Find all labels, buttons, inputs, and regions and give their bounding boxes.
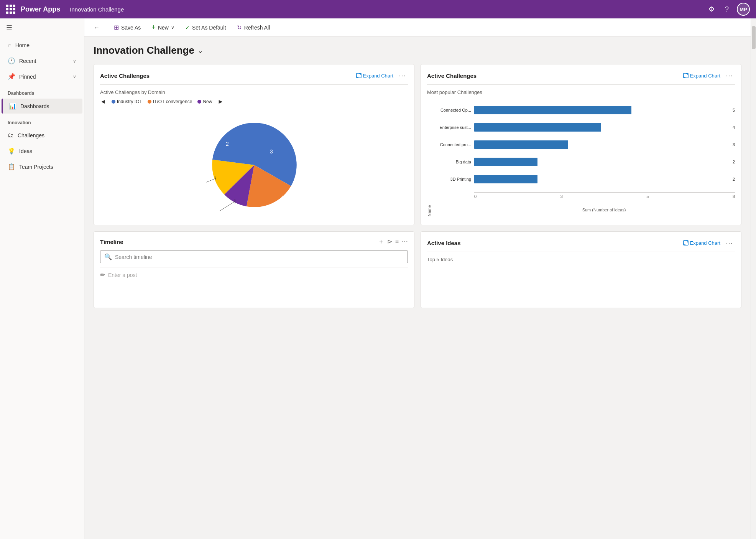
sidebar-item-pinned[interactable]: 📌 Pinned ∨ <box>2 69 82 84</box>
right-scrollbar[interactable] <box>751 18 756 539</box>
chart3-expand-button[interactable]: Expand Chart <box>683 240 721 246</box>
sidebar-item-recent[interactable]: 🕐 Recent ∨ <box>2 53 82 68</box>
chart2-expand-button[interactable]: Expand Chart <box>683 73 721 79</box>
timeline-filter-icon[interactable]: ⊳ <box>387 238 392 246</box>
content-area: ← ⊞ Save As + New ∨ ✓ Set As Default ↻ R… <box>84 18 751 539</box>
scrollbar-thumb[interactable] <box>752 26 756 49</box>
bar-track-1 <box>474 123 728 132</box>
pie-slice-5 <box>212 123 254 165</box>
legend-item-new: New <box>197 99 212 104</box>
chart1-header: Active Challenges Expand Chart ⋯ <box>100 71 408 85</box>
leader-line-1 <box>220 201 235 211</box>
legend-item-it-ot: IT/OT convergence <box>148 99 192 104</box>
legend-item-industry-iot: Industry IOT <box>112 99 142 104</box>
chart1-section: Active Challenges by Domain ◄ Industry I… <box>100 89 408 219</box>
chart1-subtitle: Active Challenges by Domain <box>100 89 408 95</box>
page-content: Innovation Challenge ⌄ Active Challenges <box>84 37 751 539</box>
x-axis-label: Sum (Number of ideas) <box>435 208 735 212</box>
y-axis-label: Name <box>427 101 432 216</box>
x-tick-2: 5 <box>646 194 649 199</box>
sidebar-item-home[interactable]: ⌂ Home <box>2 38 82 53</box>
active-ideas-card: Active Ideas Expand Chart ⋯ Top 5 Ideas <box>421 231 741 308</box>
bar-label-3: Big data <box>435 160 471 164</box>
bar-rows-container: Connected Op... 5 Enterprise sust... <box>435 101 735 216</box>
sidebar-item-label: Ideas <box>19 148 76 154</box>
legend-next-icon[interactable]: ► <box>217 98 224 105</box>
hamburger-menu-icon[interactable]: ☰ <box>0 18 84 38</box>
ideas-icon: 💡 <box>8 147 15 155</box>
pin-icon: 📌 <box>8 73 15 80</box>
refresh-icon: ↻ <box>237 24 242 31</box>
refresh-all-button[interactable]: ↻ Refresh All <box>232 22 275 33</box>
timeline-search[interactable]: 🔍 <box>100 251 408 263</box>
chart2-more-button[interactable]: ⋯ <box>723 71 735 81</box>
expand-chart-icon <box>683 240 689 246</box>
chart3-more-button[interactable]: ⋯ <box>723 238 735 248</box>
timeline-add-icon[interactable]: ＋ <box>378 238 384 246</box>
sidebar-item-challenges[interactable]: 🗂 Challenges <box>2 128 82 143</box>
timeline-header: Timeline ＋ ⊳ ≡ ⋯ <box>100 238 408 246</box>
back-button[interactable]: ← <box>90 23 103 33</box>
bar-row-1: Enterprise sust... 4 <box>435 123 735 132</box>
chart2-header: Active Challenges Expand Chart ⋯ <box>427 71 735 85</box>
sidebar-item-dashboards[interactable]: 📊 Dashboards <box>2 99 82 114</box>
save-as-icon: ⊞ <box>114 24 119 31</box>
pie-chart-container: 3 2 1 1 2 <box>100 111 408 219</box>
bar-row-4: 3D Printing 2 <box>435 175 735 183</box>
chart1-more-button[interactable]: ⋯ <box>396 71 408 81</box>
bar-track-4 <box>474 175 728 183</box>
new-dropdown-chevron-icon[interactable]: ∨ <box>171 25 174 30</box>
new-button[interactable]: + New ∨ <box>147 21 179 34</box>
pencil-icon: ✏ <box>100 271 105 279</box>
bar-fill-0 <box>474 106 631 114</box>
sidebar-item-team-projects[interactable]: 📋 Team Projects <box>2 159 82 174</box>
bar-track-0 <box>474 106 728 114</box>
timeline-title: Timeline <box>100 239 378 245</box>
chevron-down-icon: ∨ <box>73 58 76 64</box>
bar-row-0: Connected Op... 5 <box>435 106 735 114</box>
bar-value-1: 4 <box>733 125 735 130</box>
help-icon[interactable]: ? <box>720 2 734 16</box>
settings-icon[interactable]: ⚙ <box>705 2 718 16</box>
pie-label-2-blue: 2 <box>226 141 229 147</box>
timeline-header-actions: ＋ ⊳ ≡ ⋯ <box>378 238 408 246</box>
save-as-label: Save As <box>121 25 141 31</box>
save-as-button[interactable]: ⊞ Save As <box>109 21 145 33</box>
new-icon: + <box>151 23 156 31</box>
pie-label-2: 2 <box>281 195 284 201</box>
bar-value-2: 3 <box>733 142 735 147</box>
x-tick-3: 8 <box>733 194 735 199</box>
app-grid-icon[interactable] <box>6 5 15 14</box>
bar-chart-wrapper: Name Connected Op... 5 <box>427 101 735 216</box>
x-tick-1: 3 <box>560 194 563 199</box>
timeline-search-input[interactable] <box>115 254 404 260</box>
legend-dot <box>148 100 151 104</box>
dashboard-grid: Active Challenges Expand Chart ⋯ Active … <box>94 64 741 308</box>
chart1-legend: ◄ Industry IOT IT/OT convergence <box>100 98 408 105</box>
page-title-dropdown-icon[interactable]: ⌄ <box>197 46 203 55</box>
bar-row-2: Connected pro... 3 <box>435 140 735 149</box>
legend-label: IT/OT convergence <box>153 99 192 104</box>
set-default-button[interactable]: ✓ Set As Default <box>181 22 231 33</box>
sidebar-item-label: Home <box>15 42 76 48</box>
timeline-sort-icon[interactable]: ≡ <box>395 238 399 246</box>
sidebar: ☰ ⌂ Home 🕐 Recent ∨ 📌 Pinned ∨ Dashboard… <box>0 18 84 539</box>
timeline-post-placeholder[interactable]: Enter a post <box>108 272 137 278</box>
topbar: Power Apps Innovation Challenge ⚙ ? MP <box>0 0 756 18</box>
sidebar-item-ideas[interactable]: 💡 Ideas <box>2 143 82 158</box>
pie-label-1-gold: 1 <box>214 175 217 181</box>
sidebar-section-innovation: Innovation <box>0 114 84 128</box>
legend-prev-icon[interactable]: ◄ <box>100 98 106 105</box>
recent-icon: 🕐 <box>8 57 15 64</box>
sidebar-section-dashboards: Dashboards <box>0 84 84 98</box>
timeline-more-icon[interactable]: ⋯ <box>402 238 408 246</box>
dashboard-icon: 📊 <box>9 102 16 110</box>
new-label: New <box>158 25 169 31</box>
pie-label-3: 3 <box>270 148 273 155</box>
sidebar-item-label: Recent <box>19 58 69 64</box>
page-header: Innovation Challenge ⌄ <box>94 45 741 56</box>
chart1-expand-button[interactable]: Expand Chart <box>356 73 394 79</box>
avatar[interactable]: MP <box>737 3 750 16</box>
expand-chart-icon <box>683 73 689 78</box>
toolbar: ← ⊞ Save As + New ∨ ✓ Set As Default ↻ R… <box>84 18 751 37</box>
